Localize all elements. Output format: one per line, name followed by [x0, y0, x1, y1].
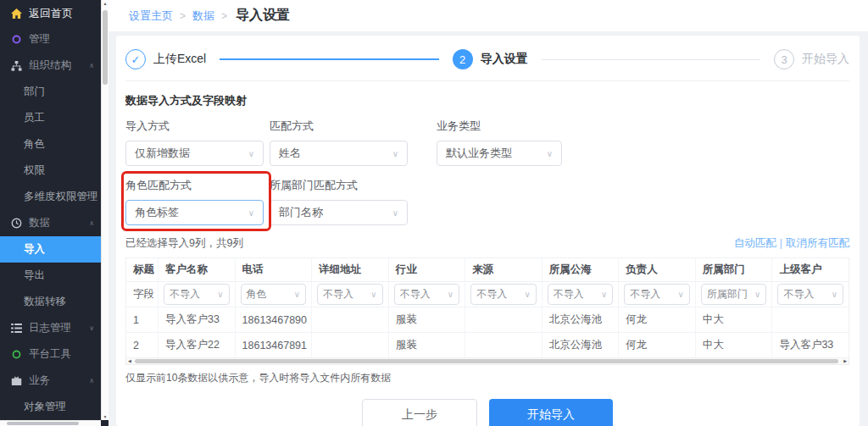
- log-icon: [10, 324, 23, 333]
- field-mapping-select[interactable]: 不导入∨: [548, 284, 614, 305]
- field-mapping-table: 标题客户名称电话详细地址行业来源所属公海负责人所属部门上级客户 字段不导入∨角色…: [125, 257, 849, 358]
- chevron-up-icon: ∧: [89, 377, 94, 385]
- field-mapping-cell: 所属部门∨: [695, 282, 772, 307]
- field-mapping-select[interactable]: 不导入∨: [164, 284, 230, 305]
- field-mapping-select[interactable]: 不导入∨: [394, 284, 460, 305]
- sidebar-item-label: 角色: [24, 137, 45, 152]
- chevron-down-icon: ∨: [392, 149, 398, 158]
- field-mapping-cell: 角色∨: [235, 282, 312, 307]
- page-title: 导入设置: [236, 7, 290, 25]
- breadcrumb-separator: >: [180, 10, 186, 22]
- mapping-links: 自动匹配|取消所有匹配: [734, 236, 849, 251]
- form-group-import-mode: 导入方式 仅新增数据 ∨: [125, 119, 264, 166]
- sidebar-item-label: 部门: [24, 85, 45, 99]
- scrollbar-thumb[interactable]: [7, 422, 79, 425]
- select-value: 不导入: [783, 287, 814, 302]
- field-mapping-select[interactable]: 所属部门∨: [701, 284, 767, 305]
- chevron-down-icon: ∨: [217, 290, 223, 299]
- chevron-down-icon: ∨: [547, 149, 553, 158]
- sidebar-item-label: 对象管理: [24, 400, 66, 414]
- role-match-select[interactable]: 角色标签 ∨: [125, 200, 264, 225]
- scroll-down-icon[interactable]: ▼: [102, 413, 108, 420]
- start-import-button[interactable]: 开始导入: [489, 399, 613, 426]
- sidebar-item-label: 导出: [24, 268, 45, 283]
- column-header: 上级客户: [772, 258, 849, 282]
- sidebar-horizontal-scrollbar[interactable]: [0, 420, 101, 426]
- sidebar-item-label: 多维度权限管理: [24, 190, 98, 204]
- sidebar-vertical-scrollbar[interactable]: ▲ ▼: [101, 0, 108, 420]
- select-value: 不导入: [630, 287, 660, 302]
- sidebar-item-数据[interactable]: 数据∧: [0, 210, 101, 236]
- sidebar-item-组织结构[interactable]: 组织结构∧: [0, 53, 101, 79]
- select-value: 不导入: [170, 287, 200, 302]
- scroll-right-icon[interactable]: ▶: [843, 358, 847, 364]
- sidebar-item-label: 数据: [29, 216, 50, 230]
- sidebar-item-管理[interactable]: 管理: [0, 26, 101, 53]
- sidebar-item-label: 平台工具: [29, 347, 71, 362]
- scrollbar-thumb[interactable]: [135, 359, 838, 363]
- field-mapping-select[interactable]: 不导入∨: [470, 284, 537, 305]
- import-settings-card: ✓ 上传Excel 2 导入设置 3 开始导入 数据导入方式及字段映射 导入方式…: [116, 36, 860, 426]
- sidebar-item-部门[interactable]: 部门: [0, 79, 101, 105]
- sidebar-item-导入[interactable]: 导入: [0, 236, 101, 263]
- scroll-up-icon[interactable]: ▲: [102, 0, 108, 7]
- auto-match-link[interactable]: 自动匹配: [734, 237, 776, 249]
- table-horizontal-scrollbar[interactable]: ◀ ▶: [125, 358, 849, 365]
- select-value: 不导入: [554, 287, 584, 302]
- field-mapping-select[interactable]: 不导入∨: [777, 284, 843, 305]
- form-group-role-match: 角色匹配方式 角色标签 ∨: [125, 178, 264, 225]
- sidebar-item-返回首页[interactable]: 返回首页: [0, 0, 101, 26]
- chevron-down-icon: ∨: [448, 290, 453, 299]
- step-number: 2: [453, 49, 473, 69]
- table-cell: 北京公海池: [542, 333, 619, 358]
- cancel-all-match-link[interactable]: 取消所有匹配: [786, 237, 849, 249]
- sidebar-item-平台工具[interactable]: 平台工具: [0, 341, 101, 368]
- mapping-header: 已经选择导入9列，共9列 自动匹配|取消所有匹配: [125, 236, 849, 251]
- column-header: 标题: [126, 258, 159, 282]
- chevron-up-icon: ∧: [89, 219, 94, 227]
- breadcrumb-link-data[interactable]: 数据: [192, 8, 214, 24]
- link-separator: |: [780, 237, 782, 249]
- sidebar-item-label: 权限: [24, 163, 45, 178]
- form-group-department-match: 所属部门匹配方式 部门名称 ∨: [270, 178, 408, 225]
- form-row-2: 角色匹配方式 角色标签 ∨ 所属部门匹配方式 部门名称 ∨: [125, 178, 849, 225]
- previous-step-button[interactable]: 上一步: [362, 399, 477, 426]
- sidebar-item-对象管理[interactable]: 对象管理: [0, 394, 101, 420]
- table-cell: 导入客户22: [159, 333, 236, 358]
- business-type-select[interactable]: 默认业务类型 ∨: [437, 141, 562, 166]
- sidebar-item-label: 业务: [29, 373, 50, 388]
- breadcrumb-link-settings-home[interactable]: 设置主页: [129, 8, 173, 24]
- org-icon: [10, 61, 23, 71]
- sidebar-item-员工[interactable]: 员工: [0, 105, 101, 131]
- scrollbar-thumb[interactable]: [103, 10, 108, 85]
- sidebar-menu: 返回首页管理组织结构∧部门员工角色权限多维度权限管理数据∧导入导出数据转移日志管…: [0, 0, 101, 420]
- sidebar-item-多维度权限管理[interactable]: 多维度权限管理: [0, 184, 101, 210]
- sidebar-item-角色[interactable]: 角色: [0, 131, 101, 158]
- scroll-left-icon[interactable]: ◀: [128, 358, 131, 364]
- home-icon: [10, 8, 23, 19]
- field-mapping-select[interactable]: 角色∨: [241, 284, 307, 305]
- sidebar-item-数据转移[interactable]: 数据转移: [0, 289, 101, 315]
- step-upload-excel: ✓ 上传Excel: [125, 49, 206, 69]
- table-cell: 中大: [695, 333, 772, 358]
- field-mapping-select[interactable]: 不导入∨: [317, 284, 383, 305]
- field-mapping-select[interactable]: 不导入∨: [624, 284, 690, 305]
- import-mode-select[interactable]: 仅新增数据 ∨: [125, 141, 264, 166]
- table-cell: [312, 333, 389, 358]
- chevron-down-icon: ∨: [601, 290, 607, 299]
- sidebar-item-业务[interactable]: 业务∧: [0, 368, 101, 394]
- sidebar-item-日志管理[interactable]: 日志管理∨: [0, 315, 101, 341]
- sidebar-item-权限[interactable]: 权限: [0, 158, 101, 184]
- department-match-select[interactable]: 部门名称 ∨: [270, 200, 408, 225]
- match-mode-select[interactable]: 姓名 ∨: [270, 141, 408, 166]
- column-header: 所属部门: [695, 258, 772, 282]
- field-mapping-cell: 不导入∨: [465, 282, 542, 307]
- table-cell: [312, 307, 389, 333]
- chevron-down-icon: ∨: [294, 290, 300, 299]
- table-cell: 何龙: [619, 307, 696, 333]
- step-label: 导入设置: [481, 52, 528, 67]
- field-mapping-cell: 不导入∨: [772, 282, 849, 307]
- step-import-settings: 2 导入设置: [453, 49, 528, 69]
- table-cell: 中大: [695, 307, 772, 333]
- sidebar-item-导出[interactable]: 导出: [0, 263, 101, 289]
